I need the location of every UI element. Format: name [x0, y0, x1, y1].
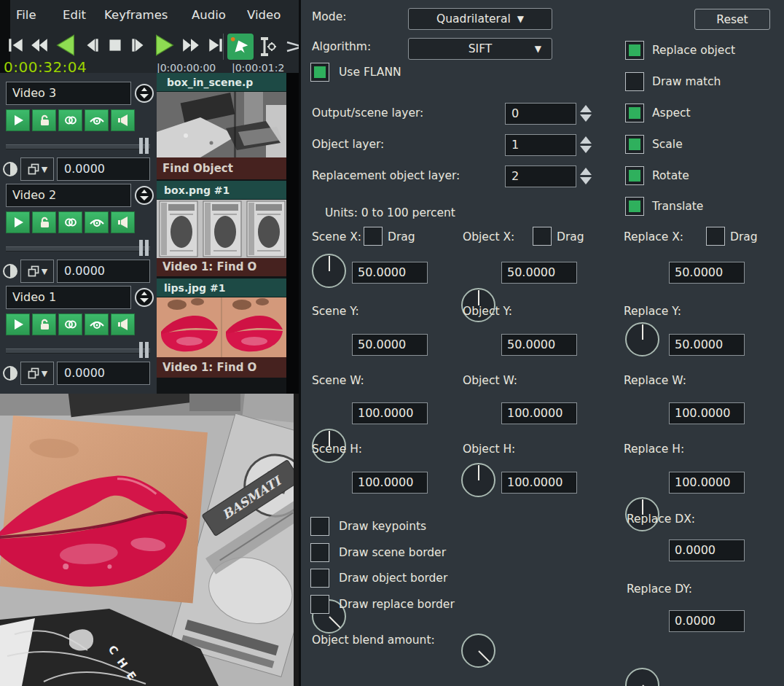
track-link-button[interactable] — [58, 109, 82, 131]
replace-x-dial[interactable] — [625, 322, 659, 356]
replace-x-value[interactable]: 50.0000 — [669, 262, 745, 284]
track-name-field[interactable]: Video 2 — [6, 184, 131, 207]
track-lock-button[interactable] — [32, 313, 56, 335]
mode-select[interactable]: Quadrilateral ▼ — [408, 8, 552, 30]
rotate-checkbox[interactable] — [625, 166, 644, 185]
draw-object-border-checkbox[interactable] — [310, 569, 329, 588]
menu-item-edit[interactable]: Edit — [63, 8, 86, 22]
keyframe-tool-button[interactable] — [256, 35, 277, 58]
track-play-button[interactable] — [6, 211, 30, 233]
menu-item-keyframes[interactable]: Keyframes — [104, 8, 168, 22]
track-audio-button[interactable] — [111, 211, 135, 233]
step-back-button[interactable] — [82, 35, 102, 55]
clip-box-png[interactable]: box.png #1 — [157, 181, 286, 276]
algorithm-select[interactable]: SIFT ▼ — [408, 38, 552, 60]
scale-checkbox[interactable] — [625, 135, 644, 154]
track-visibility-button[interactable] — [85, 211, 109, 233]
timeline-ruler-mark: |0:00:00:00 — [157, 62, 216, 74]
replace-w-value[interactable]: 100.0000 — [669, 402, 745, 424]
cut-tool-icon[interactable] — [286, 38, 299, 55]
track-name-field[interactable]: Video 1 — [6, 286, 131, 309]
scene-x-dial[interactable] — [312, 254, 346, 288]
layers-dropdown[interactable]: ▼ — [20, 362, 54, 385]
replace-h-value[interactable]: 100.0000 — [669, 472, 745, 494]
rewind-button[interactable] — [29, 35, 50, 55]
replace-dx-value[interactable]: 0.0000 — [669, 539, 745, 561]
track-link-button[interactable] — [58, 211, 82, 233]
reset-button[interactable]: Reset — [694, 9, 770, 30]
object-y-value[interactable]: 50.0000 — [501, 334, 577, 356]
replace-x-drag-checkbox[interactable] — [706, 227, 725, 246]
output-scene-layer-field[interactable]: 0 — [505, 103, 576, 125]
replace-object-checkbox[interactable] — [625, 41, 644, 60]
menu-item-audio[interactable]: Audio — [192, 8, 226, 22]
replace-y-value[interactable]: 50.0000 — [669, 334, 745, 356]
clip-lips-jpg[interactable]: lips.jpg #1 — [157, 278, 286, 378]
contrast-icon[interactable] — [1, 160, 19, 181]
menu-item-file[interactable]: File — [16, 8, 36, 22]
track-lock-button[interactable] — [32, 109, 56, 131]
object-w-value[interactable]: 100.0000 — [501, 402, 577, 424]
track-param-value[interactable]: 0.0000 — [57, 362, 150, 385]
draw-match-label: Draw match — [652, 74, 721, 89]
play-button[interactable] — [152, 32, 178, 58]
track-options-dropdown[interactable] — [134, 287, 154, 308]
aspect-checkbox[interactable] — [625, 104, 644, 122]
contrast-icon[interactable] — [1, 262, 19, 283]
object-layer-field[interactable]: 1 — [505, 134, 576, 156]
track-name-field[interactable]: Video 3 — [6, 82, 131, 105]
replacement-object-layer-spinner[interactable] — [579, 168, 592, 184]
track-visibility-button[interactable] — [85, 109, 109, 131]
track-link-button[interactable] — [58, 313, 82, 335]
contrast-icon[interactable] — [1, 365, 19, 385]
track-play-button[interactable] — [6, 109, 30, 131]
replace-w-dial[interactable] — [625, 668, 659, 686]
track-play-button[interactable] — [6, 313, 30, 335]
track-param-value[interactable]: 0.0000 — [57, 157, 150, 181]
stop-button[interactable] — [105, 35, 125, 55]
play-reverse-button[interactable] — [52, 32, 79, 58]
scene-x-drag-checkbox[interactable] — [364, 227, 383, 246]
scene-y-value[interactable]: 50.0000 — [352, 334, 428, 356]
track-param-value[interactable]: 0.0000 — [57, 260, 150, 283]
selection-tool-button[interactable] — [227, 34, 254, 60]
track-slider[interactable] — [6, 137, 150, 155]
chevron-down-icon: ▼ — [517, 14, 524, 24]
track-slider[interactable] — [6, 341, 150, 359]
scene-h-value[interactable]: 100.0000 — [352, 472, 428, 494]
layers-dropdown[interactable]: ▼ — [20, 260, 54, 283]
replace-dy-value[interactable]: 0.0000 — [669, 610, 745, 632]
draw-keypoints-checkbox[interactable] — [310, 517, 329, 536]
scene-w-value[interactable]: 100.0000 — [352, 402, 428, 424]
chevron-down-icon: ▼ — [42, 267, 47, 276]
track-video-3: Video 3 ▼ 0.0000 — [0, 82, 157, 184]
object-y-dial[interactable] — [461, 463, 495, 497]
track-lock-button[interactable] — [32, 211, 56, 233]
scene-x-value[interactable]: 50.0000 — [352, 262, 428, 284]
layers-dropdown[interactable]: ▼ — [20, 157, 54, 181]
skip-start-button[interactable] — [6, 35, 26, 55]
track-slider[interactable] — [6, 239, 150, 257]
fast-forward-button[interactable] — [181, 35, 201, 55]
use-flann-checkbox[interactable] — [310, 63, 329, 82]
track-audio-button[interactable] — [111, 313, 135, 335]
track-visibility-button[interactable] — [85, 313, 109, 335]
timeline-edge-strip[interactable] — [286, 73, 299, 394]
translate-checkbox[interactable] — [625, 197, 644, 216]
object-x-drag-checkbox[interactable] — [533, 227, 552, 246]
clip-box-in-scene[interactable]: box_in_scene.p Find Object — [157, 73, 286, 179]
step-forward-button[interactable] — [128, 35, 149, 55]
object-x-value[interactable]: 50.0000 — [501, 262, 577, 284]
draw-match-checkbox[interactable] — [625, 72, 644, 91]
object-layer-spinner[interactable] — [579, 136, 592, 153]
menu-item-video[interactable]: Video — [247, 8, 281, 22]
replacement-object-layer-field[interactable]: 2 — [505, 165, 576, 187]
track-options-dropdown[interactable] — [134, 185, 154, 206]
object-h-value[interactable]: 100.0000 — [501, 472, 577, 494]
draw-replace-border-checkbox[interactable] — [310, 595, 329, 614]
draw-scene-border-checkbox[interactable] — [310, 543, 329, 562]
track-options-dropdown[interactable] — [134, 83, 154, 104]
output-scene-layer-spinner[interactable] — [579, 105, 592, 122]
object-w-dial[interactable] — [461, 634, 495, 668]
track-audio-button[interactable] — [111, 109, 135, 131]
